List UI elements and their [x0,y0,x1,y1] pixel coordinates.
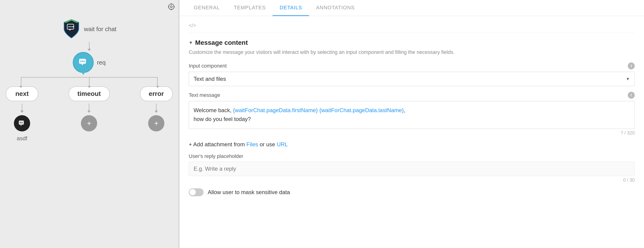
arrow-left [20,86,22,88]
right-panel: GENERAL TEMPLATES DETAILS ANNOTATIONS </… [180,0,644,248]
reply-placeholder-label-row: User's reply placeholder [189,153,635,159]
section-toggle-icon[interactable]: ▼ [189,40,193,45]
req-node[interactable]: req [73,52,106,73]
branch-v-left [21,77,21,86]
branch-v-center [89,77,90,86]
tabs-bar: GENERAL TEMPLATES DETAILS ANNOTATIONS [180,0,644,16]
reply-placeholder-label: User's reply placeholder [189,153,243,159]
select-value: Text and files [194,76,226,82]
shield-icon [62,19,81,40]
char-count: ? / 320 [189,130,635,136]
connector-1 [88,42,91,51]
text-message-info-icon[interactable]: i [628,92,635,99]
input-component-field: Input component i Text and files ▼ [189,62,635,86]
svg-point-8 [70,26,72,27]
next-branch[interactable]: next asdf [6,86,38,142]
section-desc: Customize the message your visitors will… [189,48,635,56]
svg-point-11 [80,61,82,62]
timeout-add-circle[interactable]: + [81,115,97,132]
asdf-label: asdf [17,135,27,142]
req-chat-icon [78,57,88,68]
target-icon[interactable] [168,3,175,11]
flow-canvas: wait for chat req [0,0,178,248]
asdf-circle[interactable] [14,115,30,132]
text-message-label-row: Text message i [189,92,635,99]
req-label: req [97,59,106,66]
timeout-pill[interactable]: timeout [68,86,110,101]
wait-node-label: wait for chat [84,26,116,33]
timeout-connector [88,103,91,113]
error-connector [154,103,158,113]
connector-arrow [88,49,91,51]
svg-point-0 [168,4,174,10]
next-pill[interactable]: next [6,86,38,101]
flow-nodes: wait for chat req [0,19,178,142]
arrow-right [156,86,159,88]
add-attachment-url-link[interactable]: URL [277,141,288,148]
toggle-knob [190,189,196,196]
svg-point-1 [170,6,172,8]
text-message-field: Text message i Welcome back, {waitForCha… [189,92,635,136]
svg-point-13 [84,61,85,62]
wait-for-chat-node[interactable]: wait for chat [62,19,116,40]
add-attachment-files-link[interactable]: Files [246,141,258,148]
input-component-label-row: Input component i [189,62,635,69]
svg-point-7 [68,26,70,27]
text-message-box[interactable]: Welcome back, {waitForChat.pageData.firs… [189,101,635,129]
reply-char-count: 0 / 30 [189,177,635,183]
section-header: ▼ Message content [189,39,635,46]
panel-content: </> ▼ Message content Customize the mess… [180,16,644,248]
tab-templates[interactable]: TEMPLATES [227,0,272,16]
tab-general[interactable]: GENERAL [187,0,227,16]
text-message-label: Text message [189,92,220,98]
timeout-branch[interactable]: timeout + [68,86,110,132]
text-message-vars: {waitForChat.pageData.firstName} {waitFo… [233,107,404,113]
text-message-plain: Welcome back, [194,107,233,113]
error-branch[interactable]: error + [140,86,173,132]
chevron-down-icon: ▼ [626,77,630,81]
tab-details[interactable]: DETAILS [272,0,309,16]
branch-v-right [157,77,158,86]
xml-breadcrumb: </> [189,23,635,33]
input-component-label: Input component [189,63,227,69]
add-attachment-prefix: + Add attachment from [189,141,246,148]
input-component-info-icon[interactable]: i [628,62,635,69]
add-attachment-mid: or use [258,141,276,148]
reply-placeholder-field: User's reply placeholder 0 / 30 [189,153,635,183]
next-connector [20,103,24,113]
arrow-center [88,86,91,88]
reply-placeholder-input[interactable] [189,162,635,176]
input-component-select[interactable]: Text and files ▼ [189,72,635,86]
req-circle[interactable] [73,52,94,73]
svg-point-9 [72,26,73,27]
svg-point-16 [22,122,22,123]
error-add-circle[interactable]: + [148,115,164,132]
branch-container: next asdf [6,77,173,142]
mask-toggle-label: Allow user to mask sensitive data [208,189,290,196]
asdf-chat-icon [18,119,26,128]
error-pill[interactable]: error [140,86,173,101]
connector-line [89,42,90,49]
section-title: Message content [195,39,248,46]
mask-toggle-row: Allow user to mask sensitive data [189,188,635,196]
svg-point-15 [20,122,21,123]
mask-toggle[interactable] [189,188,204,196]
svg-rect-14 [19,120,24,125]
add-attachment-row: + Add attachment from Files or use URL [189,141,635,148]
tab-annotations[interactable]: ANNOTATIONS [309,0,362,16]
svg-point-12 [82,61,83,62]
